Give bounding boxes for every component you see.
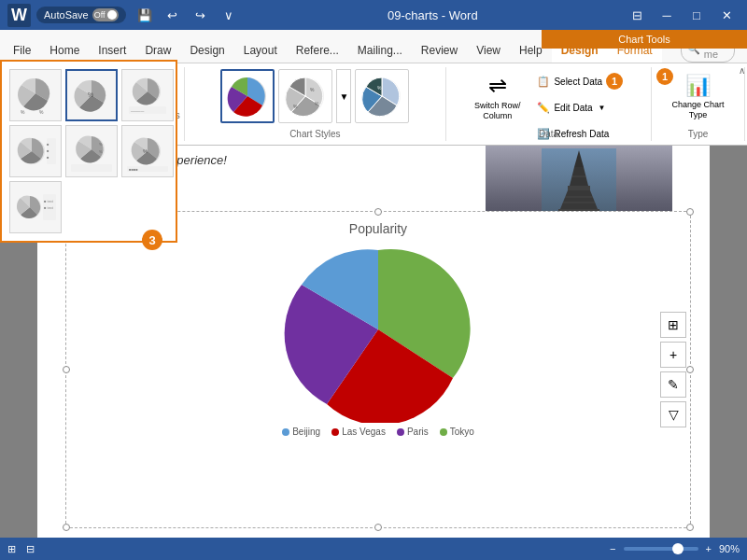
badge-1-overlay: 1: [656, 68, 673, 85]
svg-text:■■■■: ■■■■: [129, 167, 138, 172]
tab-design-doc[interactable]: Design: [180, 38, 233, 63]
ribbon-collapse-button[interactable]: ∧: [739, 65, 745, 76]
legend-item-paris: Paris: [397, 427, 429, 437]
svg-text:%: %: [315, 101, 319, 106]
legend-label-tokyo: Tokyo: [450, 427, 474, 437]
svg-text:────: ────: [130, 108, 145, 114]
badge-3-container: 3: [142, 230, 162, 250]
quick-layout-item-5[interactable]: % %: [65, 125, 118, 177]
chart-inner: Popularity: [66, 212, 690, 527]
group-data: ⇌ Switch Row/Column 📋 Select Data 1 ✏️ E…: [446, 67, 652, 141]
quick-layout-item-1[interactable]: % %: [9, 69, 62, 121]
pie-chart-svg: [229, 236, 528, 423]
select-data-icon: 📋: [537, 76, 550, 88]
zoom-level: 90%: [719, 543, 740, 554]
handle-br[interactable]: [686, 524, 694, 531]
handle-ml[interactable]: [63, 366, 70, 373]
switch-icon: ⇌: [488, 73, 507, 99]
legend-dot-paris: [397, 428, 404, 436]
legend-label-lasvegas: Las Vegas: [342, 427, 386, 437]
save-button[interactable]: 💾: [132, 2, 158, 28]
window-controls: ⊟ ─ □ ✕: [624, 2, 740, 28]
change-chart-label: Change Chart Type: [664, 100, 732, 120]
word-icon: W: [7, 4, 31, 27]
title-bar: W AutoSave Off 💾 ↩ ↪ ∨ 09-charts - Word …: [0, 0, 747, 30]
handle-tm[interactable]: [374, 208, 382, 216]
tab-review[interactable]: Review: [412, 38, 467, 63]
title-bar-left: W AutoSave Off 💾 ↩ ↪ ∨: [7, 2, 242, 28]
legend-item-tokyo: Tokyo: [440, 427, 474, 437]
autosave-pill[interactable]: AutoSave Off: [36, 7, 126, 23]
svg-text:■ text: ■ text: [44, 199, 54, 203]
legend-label-beijing: Beijing: [292, 427, 320, 437]
switch-row-column-button[interactable]: ⇌ Switch Row/Column: [468, 69, 528, 125]
quick-layout-item-4[interactable]: ■ ■ ■: [9, 125, 62, 177]
panel-btn-layout[interactable]: ⊞: [660, 312, 686, 338]
legend-dot-tokyo: [440, 428, 447, 436]
zoom-plus[interactable]: +: [706, 543, 712, 554]
minimize-button[interactable]: ─: [654, 2, 680, 28]
status-left: ⊞ ⊟: [7, 543, 35, 555]
chart-style-3[interactable]: %: [355, 69, 409, 123]
quick-layout-dropdown: % % % ────: [0, 60, 177, 243]
styles-scroll-button[interactable]: ▼: [336, 69, 351, 123]
zoom-slider-container[interactable]: [624, 547, 698, 551]
right-panel: ⊞ + ✎ ▽: [656, 308, 690, 431]
zoom-minus[interactable]: −: [610, 543, 615, 554]
svg-rect-35: [568, 186, 590, 190]
edit-data-icon: ✏️: [537, 102, 550, 114]
refresh-data-label: Refresh Data: [554, 129, 609, 139]
status-bar: ⊞ ⊟ − + 90%: [0, 538, 747, 560]
tab-mailings[interactable]: Mailing...: [348, 38, 412, 63]
data-group-label: Data: [539, 129, 558, 139]
edit-data-button[interactable]: ✏️ Edit Data ▼: [530, 95, 629, 119]
chart-container[interactable]: Popularity: [65, 211, 691, 528]
tab-view[interactable]: View: [467, 38, 510, 63]
more-button[interactable]: ∨: [216, 2, 242, 28]
quick-layout-item-3[interactable]: ────: [121, 69, 174, 121]
view-icon-1: ⊟: [26, 543, 35, 554]
quick-layout-item-2[interactable]: %: [65, 69, 118, 121]
change-chart-icon: 📊: [685, 74, 711, 98]
handle-tr[interactable]: [686, 208, 694, 216]
status-right: − + 90%: [610, 543, 740, 554]
change-chart-type-button[interactable]: 1 📊 Change Chart Type: [657, 69, 739, 125]
panel-btn-filter[interactable]: ▽: [660, 401, 686, 427]
legend-label-paris: Paris: [407, 427, 429, 437]
legend-dot-beijing: [282, 428, 289, 436]
chart-style-1[interactable]: [220, 69, 275, 123]
document-title: 09-charts - Word: [388, 8, 478, 22]
close-button[interactable]: ✕: [713, 2, 740, 28]
svg-rect-23: [71, 164, 112, 172]
undo-btns: 💾 ↩ ↪ ∨: [132, 2, 242, 28]
handle-bm[interactable]: [374, 524, 382, 531]
panel-btn-add[interactable]: +: [660, 342, 686, 368]
ribbon-toggle-button[interactable]: ⊟: [624, 2, 650, 28]
panel-btn-style[interactable]: ✎: [660, 371, 686, 398]
type-group-label: Type: [688, 129, 709, 139]
svg-text:%: %: [310, 87, 315, 92]
handle-bl[interactable]: [63, 524, 70, 531]
svg-text:■ text: ■ text: [44, 205, 54, 210]
svg-text:%: %: [21, 109, 25, 115]
chart-style-2[interactable]: % % %: [278, 69, 332, 123]
quick-layout-item-6[interactable]: % ■■■■: [121, 125, 174, 177]
switch-label: Switch Row/Column: [474, 101, 521, 121]
tab-references[interactable]: Refere...: [287, 38, 348, 63]
svg-text:%: %: [143, 148, 148, 154]
maximize-button[interactable]: □: [684, 2, 710, 28]
legend-dot-lasvegas: [331, 428, 339, 436]
zoom-slider[interactable]: [624, 547, 698, 551]
legend-item-lasvegas: Las Vegas: [331, 427, 386, 437]
svg-text:%: %: [88, 91, 93, 98]
redo-button[interactable]: ↪: [188, 2, 214, 28]
svg-text:%: %: [39, 109, 44, 115]
tab-layout[interactable]: Layout: [234, 38, 287, 63]
zoom-thumb[interactable]: [672, 543, 684, 554]
autosave-toggle[interactable]: Off: [92, 8, 119, 21]
select-data-button[interactable]: 📋 Select Data 1: [530, 69, 629, 93]
svg-text:%: %: [99, 142, 103, 147]
undo-button[interactable]: ↩: [160, 2, 186, 28]
chart-tools-label: Chart Tools: [542, 30, 747, 49]
quick-layout-item-7[interactable]: ■ text ■ text: [9, 181, 62, 233]
